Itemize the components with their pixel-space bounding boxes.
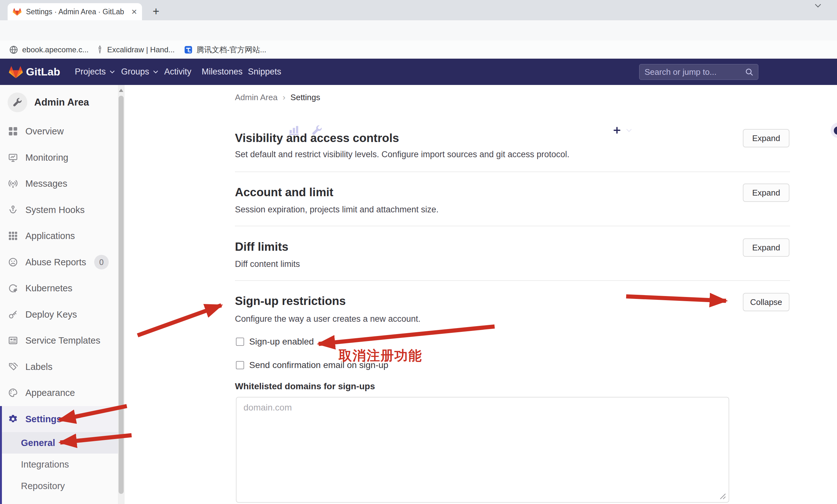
gitlab-brand[interactable]: GitLab <box>9 59 60 85</box>
section-desc-signup: Configure the way a user creates a new a… <box>235 314 421 324</box>
sidebar-item-appearance[interactable]: Appearance <box>0 380 118 406</box>
sidebar-subitem-label: General <box>21 438 55 448</box>
signup-enabled-checkbox[interactable] <box>236 338 244 346</box>
section-divider <box>235 172 790 172</box>
section-title-account: Account and limit <box>235 186 333 199</box>
sidebar-item-label: System Hooks <box>25 205 85 215</box>
arrow-to-signup-heading <box>138 305 221 335</box>
sidebar-item-abuse-reports[interactable]: Abuse Reports 0 <box>0 249 118 275</box>
sidebar-item-service-templates[interactable]: Service Templates <box>0 327 118 354</box>
gear-icon <box>8 414 18 424</box>
global-search[interactable] <box>639 64 759 80</box>
section-desc-account: Session expiration, projects limit and a… <box>235 205 439 215</box>
bookmarks-bar: ebook.apecome.c... Excalidraw | Hand... … <box>0 40 837 59</box>
sidebar-scrollbar-thumb[interactable] <box>119 96 124 494</box>
scrollbar-up-arrow[interactable] <box>119 89 123 92</box>
sidebar-item-overview[interactable]: Overview <box>0 118 118 144</box>
section-divider <box>235 280 790 281</box>
nav-item-label: Activity <box>164 67 192 77</box>
nav-item-activity[interactable]: Activity <box>164 59 192 85</box>
sidebar-subitem-repository[interactable]: Repository <box>0 475 118 497</box>
breadcrumb-admin-area[interactable]: Admin Area <box>235 93 278 102</box>
nav-item-snippets[interactable]: Snippets <box>248 59 281 85</box>
sidebar-item-settings[interactable]: Settings <box>0 406 118 432</box>
brand-wordmark: GitLab <box>26 66 60 78</box>
expand-button-diff-limits[interactable]: Expand <box>743 238 789 257</box>
section-desc-visibility: Set default and restrict visibility leve… <box>235 150 569 159</box>
search-input[interactable] <box>644 67 745 77</box>
bookmark-label: 腾讯文档-官方网站... <box>197 45 266 55</box>
frown-icon <box>8 257 18 267</box>
sidebar-item-monitoring[interactable]: Monitoring <box>0 145 118 170</box>
labels-tag-icon <box>8 362 18 372</box>
sidebar-item-label: Overview <box>25 126 64 137</box>
apps-grid-icon <box>8 231 18 240</box>
tencent-docs-icon <box>184 45 193 54</box>
sidebar-item-label: Appearance <box>25 388 75 398</box>
plus-menu-icon[interactable] <box>611 125 623 136</box>
sidebar-item-applications[interactable]: Applications <box>0 223 118 249</box>
palette-icon <box>8 388 18 397</box>
textarea-resize-handle[interactable] <box>717 491 727 500</box>
section-divider <box>235 226 790 226</box>
globe-icon <box>9 45 18 55</box>
monitor-icon <box>8 153 18 162</box>
section-desc-diff-limits: Diff content limits <box>235 259 300 269</box>
signup-enabled-row: Sign-up enabled <box>236 337 314 347</box>
sidebar-item-label: Service Templates <box>25 335 100 346</box>
sidebar-item-label: Applications <box>25 231 75 241</box>
collapse-button-signup[interactable]: Collapse <box>743 293 789 311</box>
sidebar-item-label: Settings <box>25 414 61 425</box>
sidebar-title: Admin Area <box>34 97 89 108</box>
sidebar-item-kubernetes[interactable]: Kubernetes <box>0 275 118 301</box>
hook-icon <box>8 205 18 215</box>
sidebar-item-label: Monitoring <box>25 152 68 163</box>
address-toolbar: 不安全 10.0.0.99/admin/application_settings… <box>0 20 837 40</box>
signup-enabled-label[interactable]: Sign-up enabled <box>249 337 314 347</box>
wrench-icon <box>12 97 22 107</box>
todos-icon[interactable] <box>813 124 825 136</box>
nav-item-milestones[interactable]: Milestones <box>202 59 243 85</box>
chevron-down-icon <box>109 70 115 74</box>
expand-button-account[interactable]: Expand <box>743 183 789 202</box>
tab-search-chevron-icon[interactable] <box>812 2 824 10</box>
tab-close-icon[interactable]: × <box>131 7 137 17</box>
sidebar-item-labels[interactable]: Labels <box>0 354 118 380</box>
sidebar-header[interactable]: Admin Area <box>0 85 118 120</box>
sidebar-subitem-integrations[interactable]: Integrations <box>0 454 118 475</box>
confirmation-email-checkbox[interactable] <box>236 361 244 369</box>
merge-request-icon[interactable] <box>791 124 803 136</box>
broadcast-icon <box>8 179 18 188</box>
gitlab-tanuki-icon <box>9 66 23 78</box>
plus-menu-chevron-icon[interactable] <box>625 128 633 133</box>
nav-item-projects[interactable]: Projects <box>75 59 115 85</box>
template-card-icon <box>8 336 18 345</box>
nav-item-groups[interactable]: Groups <box>121 59 159 85</box>
breadcrumb-settings: Settings <box>290 93 320 102</box>
admin-area-avatar <box>7 93 27 112</box>
sidebar-subitem-general[interactable]: General <box>0 432 118 454</box>
nav-item-label: Snippets <box>248 67 281 77</box>
kubernetes-cluster-icon <box>8 283 18 293</box>
whitelist-domains-textarea[interactable] <box>236 397 729 503</box>
active-section-indicator <box>0 406 2 504</box>
annotation-note: 取消注册功能 <box>339 347 422 364</box>
sidebar-item-deploy-keys[interactable]: Deploy Keys <box>0 302 118 327</box>
sidebar-item-label: Abuse Reports <box>25 257 86 268</box>
user-avatar[interactable] <box>831 123 837 138</box>
gitlab-favicon-icon <box>13 7 21 16</box>
bookmark-item[interactable]: 腾讯文档-官方网站... <box>184 40 266 59</box>
bookmark-label: ebook.apecome.c... <box>22 45 88 54</box>
bookmark-item[interactable]: ebook.apecome.c... <box>9 40 88 59</box>
browser-tab[interactable]: Settings · Admin Area · GitLab × <box>7 3 142 20</box>
sidebar-item-label: Deploy Keys <box>25 309 77 320</box>
new-tab-button[interactable]: + <box>149 4 163 18</box>
sidebar-item-label: Labels <box>25 362 52 372</box>
bookmark-item[interactable]: Excalidraw | Hand... <box>96 40 175 59</box>
sidebar-item-system-hooks[interactable]: System Hooks <box>0 197 118 223</box>
expand-button-visibility[interactable]: Expand <box>743 129 789 147</box>
sidebar-item-messages[interactable]: Messages <box>0 170 118 197</box>
nav-item-label: Projects <box>75 67 106 77</box>
sidebar-item-label: Kubernetes <box>25 283 72 293</box>
sidebar-subitem-label: Integrations <box>21 459 69 470</box>
